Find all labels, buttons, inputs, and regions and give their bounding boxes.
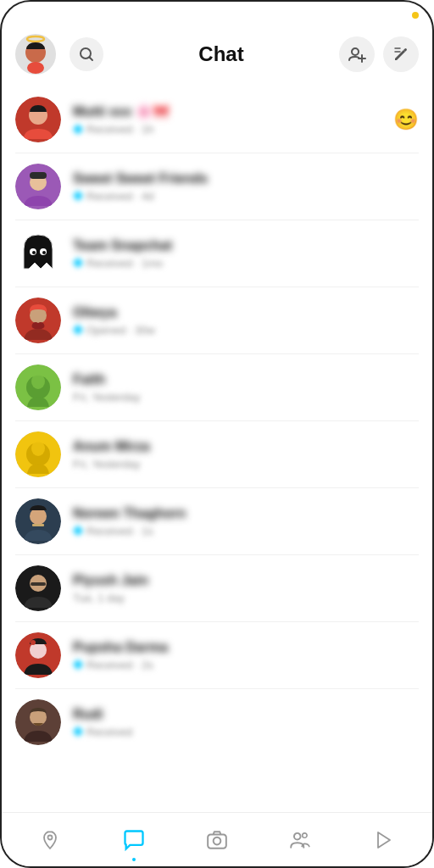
chat-icon — [122, 828, 146, 852]
snap-indicator — [73, 325, 83, 335]
new-chat-button[interactable] — [383, 36, 419, 72]
chat-item[interactable]: Anum MirzaFri, Yesterday — [2, 421, 432, 487]
svg-point-21 — [31, 374, 45, 389]
chat-item[interactable]: Sweet Sweet FriendsReceived · 4d — [2, 153, 432, 220]
svg-point-39 — [294, 832, 301, 839]
nav-item-stories[interactable] — [342, 813, 426, 866]
chat-badge: 😊 — [393, 108, 419, 131]
page-title: Chat — [103, 42, 339, 66]
chat-name: Pupsha Darma — [73, 640, 419, 655]
chat-name: Piyush Jain — [73, 573, 419, 588]
search-button[interactable] — [70, 37, 103, 71]
chat-item[interactable]: Noreen ThaghornReceived · 1s — [2, 488, 432, 554]
svg-point-2 — [27, 62, 44, 74]
svg-point-5 — [352, 48, 359, 55]
edit-icon — [392, 45, 410, 64]
chat-name: Noreen Thaghorn — [73, 506, 419, 521]
chat-avatar — [15, 298, 61, 343]
chat-item[interactable]: RudiReceived — [2, 689, 432, 755]
svg-point-16 — [42, 251, 46, 254]
svg-line-4 — [90, 58, 93, 61]
chat-name: Mutti xxx 🌸🎀 — [73, 103, 387, 120]
chat-avatar — [15, 565, 61, 611]
snap-indicator — [73, 659, 83, 670]
user-avatar-svg — [15, 34, 56, 75]
svg-marker-41 — [378, 832, 390, 848]
svg-point-15 — [32, 251, 36, 254]
add-friend-button[interactable] — [339, 36, 375, 72]
chat-avatar — [15, 164, 61, 209]
chat-avatar — [15, 97, 61, 142]
svg-point-0 — [27, 36, 44, 42]
stories-icon — [374, 830, 394, 850]
chat-avatar — [15, 699, 61, 745]
chat-sub: Opened · 30w — [73, 324, 419, 337]
chat-avatar — [15, 364, 61, 410]
chat-name: Faith — [73, 372, 419, 387]
chat-sub: Tue, 1 day — [73, 592, 419, 604]
status-indicator — [412, 12, 419, 19]
chat-name: Team Snapchat — [73, 238, 419, 253]
chat-item[interactable]: FaithFri, Yesterday — [2, 354, 432, 420]
nav-item-chat[interactable] — [92, 813, 175, 866]
chat-sub: Received · 1mo — [73, 257, 419, 270]
chat-avatar — [15, 231, 61, 276]
header-right — [339, 36, 419, 72]
chat-list: Mutti xxx 🌸🎀Received · 1h😊Sweet Sweet Fr… — [2, 86, 432, 815]
chat-name: Sweet Sweet Friends — [73, 171, 419, 186]
chat-sub: Received · 1s — [73, 525, 419, 537]
chat-avatar — [15, 431, 61, 477]
snap-indicator — [73, 125, 83, 135]
user-avatar[interactable] — [15, 34, 56, 75]
svg-rect-27 — [32, 524, 44, 526]
chat-sub: Fri, Yesterday — [73, 391, 419, 403]
chat-avatar — [15, 632, 61, 678]
chat-info: OliwyaOpened · 30w — [73, 305, 419, 337]
map-icon — [40, 830, 60, 850]
search-icon — [78, 46, 95, 63]
svg-point-24 — [31, 441, 45, 456]
chat-name: Anum Mirza — [73, 439, 419, 454]
chat-info: Mutti xxx 🌸🎀Received · 1h — [73, 103, 387, 136]
nav-item-camera[interactable] — [175, 813, 259, 866]
chat-item[interactable]: OliwyaOpened · 30w — [2, 287, 432, 353]
add-friend-icon — [348, 45, 366, 64]
chat-info: Pupsha DarmaReceived · 2s — [73, 640, 419, 671]
header-left — [15, 34, 103, 75]
chat-item[interactable]: Mutti xxx 🌸🎀Received · 1h😊 — [2, 86, 432, 153]
chat-sub: Received · 2s — [73, 659, 419, 671]
nav-item-map[interactable] — [8, 813, 92, 866]
chat-sub: Received · 1h — [73, 123, 387, 136]
snap-indicator — [73, 526, 83, 536]
nav-item-friends[interactable] — [259, 813, 342, 866]
chat-info: Anum MirzaFri, Yesterday — [73, 439, 419, 470]
chat-item[interactable]: Piyush JainTue, 1 day — [2, 555, 432, 621]
svg-point-33 — [31, 640, 36, 645]
chat-info: Piyush JainTue, 1 day — [73, 573, 419, 604]
snap-indicator — [73, 726, 83, 737]
status-bar — [2, 2, 432, 25]
svg-rect-12 — [30, 172, 47, 179]
chat-info: Noreen ThaghornReceived · 1s — [73, 506, 419, 537]
svg-point-36 — [48, 835, 53, 839]
chat-sub: Received · 4d — [73, 190, 419, 203]
friends-icon — [289, 829, 311, 851]
chat-info: Sweet Sweet FriendsReceived · 4d — [73, 171, 419, 203]
chat-active-dot — [132, 858, 136, 861]
chat-sub: Fri, Yesterday — [73, 458, 419, 470]
snap-indicator — [73, 191, 83, 201]
chat-item[interactable]: Team SnapchatReceived · 1mo — [2, 220, 432, 287]
chat-info: FaithFri, Yesterday — [73, 372, 419, 403]
chat-item[interactable]: Pupsha DarmaReceived · 2s — [2, 622, 432, 688]
chat-sub: Received — [73, 726, 419, 738]
bottom-nav — [2, 812, 432, 866]
chat-info: RudiReceived — [73, 707, 419, 738]
chat-info: Team SnapchatReceived · 1mo — [73, 238, 419, 270]
svg-point-40 — [303, 832, 307, 837]
svg-point-38 — [214, 837, 221, 844]
chat-name: Oliwya — [73, 305, 419, 320]
chat-avatar — [15, 498, 61, 544]
chat-name: Rudi — [73, 707, 419, 722]
svg-rect-30 — [31, 582, 46, 586]
snap-indicator — [73, 258, 83, 268]
